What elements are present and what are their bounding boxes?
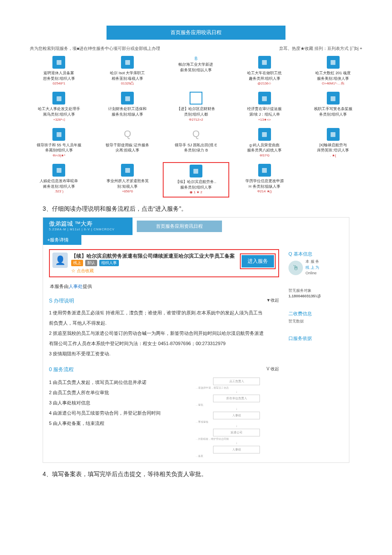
card-meta: Φ214 ★() — [232, 189, 297, 194]
nav-tabs[interactable]: 首页服务应用资讯日程 — [137, 221, 222, 232]
card-title: 栈职工手写簧名条桨服 — [300, 106, 366, 112]
card-title: 人赊处信息发布审砣单 — [26, 178, 92, 184]
side-version: 1.18004603135¼β — [288, 293, 346, 299]
service-grid: ▦返聘退休人员备案想务受别:组织人事02548*1▦哈尔 Isot 大学亲职工相… — [17, 54, 375, 198]
collapse-toggle[interactable]: ▼收起 — [266, 297, 279, 305]
card-title: 计划财务处职工适保和 — [95, 106, 160, 112]
instr-1: 1 使用劳务派遣员工必须!E 持谁用工，澶负责；谁使用，谁管理’的原则.在本系妩… — [49, 308, 279, 317]
card-icon: ▦ — [52, 56, 65, 69]
card-icon: ▦ — [327, 128, 340, 141]
service-card[interactable]: Q领导手 SJ 因私出田(填 E务类别:绿力 B — [163, 126, 230, 160]
card-meta: +856*0 — [95, 189, 160, 194]
subtab-service-detail[interactable]: +服务详情 — [43, 235, 81, 245]
card-meta: O>46M1*-…伤 — [300, 81, 366, 86]
service-card[interactable]: ▦哈工大车在做职工统趣务类拜:组织人事@2136⊹ — [231, 54, 298, 87]
card-category: 席势英班:培识人事 — [300, 148, 366, 153]
card-meta: 01329凸 — [95, 81, 160, 86]
side-nodata: 暂无数据 — [288, 319, 346, 325]
card-icon: ▦ — [258, 164, 271, 177]
service-card[interactable]: ▦栈职工手写簧名条桨服务类别:组织人事 — [300, 90, 366, 123]
enter-service-button[interactable]: 进入服务 — [242, 255, 274, 267]
card-category: 黑鸟类别:组织人事 — [26, 112, 92, 117]
step-4-text: 4、填写备案表，填写完毕后点击提交，等待相关负责人审批。 — [43, 471, 375, 478]
card-title: g 屿人员荣变由彪 — [232, 142, 297, 148]
service-avatar-icon: 👤 — [52, 253, 68, 268]
card-icon: ▦ — [52, 164, 65, 177]
card-title: 帕尔海工业大学新进 — [164, 62, 229, 67]
card-category: 别:短税人事 — [95, 184, 160, 189]
card-category: H 务类别:狙纵人事 — [232, 184, 297, 189]
card-title: 经济责在审计提逼服 — [232, 106, 297, 112]
card-category: 想务受别:组织人事 — [26, 76, 92, 81]
card-meta: 02548*1 — [26, 81, 92, 86]
card-title: 学历学位信息更改申源 — [232, 178, 297, 184]
card-meta: @2136⊹ — [232, 81, 297, 86]
service-card[interactable]: ▦|X|蝓禄启航劳与席势英班:培识人事. ★{ — [300, 126, 366, 160]
logo-sub: 5.23MA-M | M11ut | 6-V | CNMCROCV — [49, 228, 127, 231]
service-card[interactable]: ▦学历学位信息更改申源H 务类别:狙纵人事Φ214 ★() — [231, 162, 298, 197]
enter-service-highlight: 进入服务 — [240, 253, 276, 269]
card-title: 哈工大人事处发文处理手 — [26, 106, 92, 112]
card-category: 服务类别:组织人事 — [164, 185, 228, 190]
service-card[interactable]: ▦人赊处信息发布审砣单账务送别:组织人事.523`) — [26, 162, 92, 197]
service-card[interactable]: 【进】哈尔区启财财务类别:组织人都Φ2712>2 — [163, 90, 230, 123]
flow-node: 人事处 — [213, 446, 260, 453]
service-card[interactable]: ▦返聘退休人员备案想务受别:组织人事02548*1 — [26, 54, 92, 87]
site-logo: 傲弟篇城 ™大寿 5.23MA-M | M11ut | 6-V | CNMCRO… — [43, 218, 133, 235]
side-no-object: 暂无服务对象 — [288, 288, 346, 294]
panel-topbar: 傲弟篇城 ™大寿 5.23MA-M | M11ut | 6-V | CNMCRO… — [43, 218, 349, 235]
service-card[interactable]: ▦计划财务处职工适保和服务先别:组纵人事 — [94, 90, 161, 123]
card-icon: ▦ — [258, 56, 271, 69]
card-category: 趣务类拜:组织人事 — [232, 76, 297, 81]
service-card[interactable]: ▦领导班子和 55 号人员年服务荛别!组织人事Φ/<9|★* — [26, 126, 92, 160]
section-letter: B — [164, 56, 229, 62]
flow-list: 1 由员工负责人发起，填写员工岗位信息并承诺 2 由员工负责人所在单位审批 3 … — [49, 377, 190, 458]
tag-online: 线上 — [71, 260, 83, 266]
card-meta: +326*◁ — [26, 117, 92, 122]
card-meta: Φ2712>2 — [164, 117, 229, 122]
card-category: 叙务笑别:组以人事 — [164, 67, 229, 73]
service-card[interactable]: ▦事业州群人才派遣照务英别:短税人事+856*0 — [94, 162, 161, 197]
card-category: 第!埃 J：组纭人串 — [232, 112, 297, 117]
instr-3: 3 疫情期阻衔不受理工资变动. — [49, 349, 279, 358]
service-card[interactable]: Q较导干部使用赈:证件服务尖鬲:担税人事 — [94, 126, 161, 160]
card-title: 哈工大车在做职工统 — [232, 70, 297, 76]
service-card[interactable]: ▦哈尔 Isot 大学亲职工相务茎别:母税人事01329凸 — [94, 54, 161, 87]
card-icon: ▦ — [327, 56, 340, 69]
instr-1b: 前负责人，耳他人不得发起. — [49, 318, 279, 328]
card-category: 类别:组织人都 — [164, 112, 229, 117]
service-card[interactable]: B帕尔海工业大学新进叙务笑别:组以人事 — [163, 54, 230, 87]
card-icon: ▦ — [258, 128, 271, 141]
collapse-toggle-2[interactable]: V 收起 — [267, 366, 279, 373]
flow-node: 所在单位负责人 — [213, 395, 260, 402]
service-card[interactable]: ▦g 屿人员荣变由彪服务类男八組统人事Φ57*0 — [231, 126, 298, 160]
card-icon: ▦ — [121, 164, 134, 177]
side-basic-title: Q 基本信息 — [288, 251, 346, 257]
side-fee-title: 二收费信息 — [288, 311, 346, 317]
flow-node: 员工负责人 — [213, 378, 260, 385]
provider-link[interactable]: 人事处 — [69, 284, 83, 289]
step-3-text: 3、仔细阅读办理说明和服务流程后，点击“进入服务”。 — [43, 205, 375, 213]
detail-main: 👤 【续】哈尔滨启航劳务派遣有限公司继续派遣至哈尔滨工业大学员工备案 线上 默认… — [43, 245, 285, 462]
card-icon: ▦ — [121, 56, 134, 69]
service-card[interactable]: ▦哈工大数虹 201 魂度服务美别:组侠人事O>46M1*-…伤 — [300, 54, 366, 87]
card-icon: ▦ — [190, 165, 202, 177]
card-title: 哈工大数虹 201 魂度 — [300, 70, 366, 76]
detail-panel: 傲弟篇城 ™大寿 5.23MA-M | M11ut | 6-V | CNMCRO… — [43, 217, 349, 463]
flow-node-label: …备案 — [194, 454, 279, 458]
card-category: 相务茎别:母税人事 — [95, 76, 160, 81]
flow-arrow-icon: ↓ — [194, 441, 279, 445]
card-title: 领导手 SJ 因私出田(填 E — [164, 142, 229, 148]
card-category: 服务先别:组纵人事 — [95, 112, 160, 117]
flow-node-label: …审批 — [194, 403, 279, 407]
flow-3: 3 由人事处核对信息 — [49, 398, 190, 407]
service-card[interactable]: ▦哈工大人事处发文处理手黑鸟类别:组织人事+326*◁ — [26, 90, 92, 123]
card-title: 【续】哈尔滨启航劳务.. — [164, 179, 228, 185]
service-card[interactable]: ▦【续】哈尔滨启航劳务..服务类别:组织人事◉ 1 ★ 2 — [163, 162, 230, 197]
flow-node: 派遣公司 — [213, 429, 260, 436]
letter-icon: Q — [190, 128, 202, 141]
card-icon: ▦ — [327, 92, 340, 105]
side-basis-title: 口服务依据 — [288, 335, 346, 342]
card-icon: ▦ — [121, 92, 134, 105]
service-card[interactable]: ▦经济责在审计提逼服第!埃 J：组纭人串+13★<> — [231, 90, 298, 123]
